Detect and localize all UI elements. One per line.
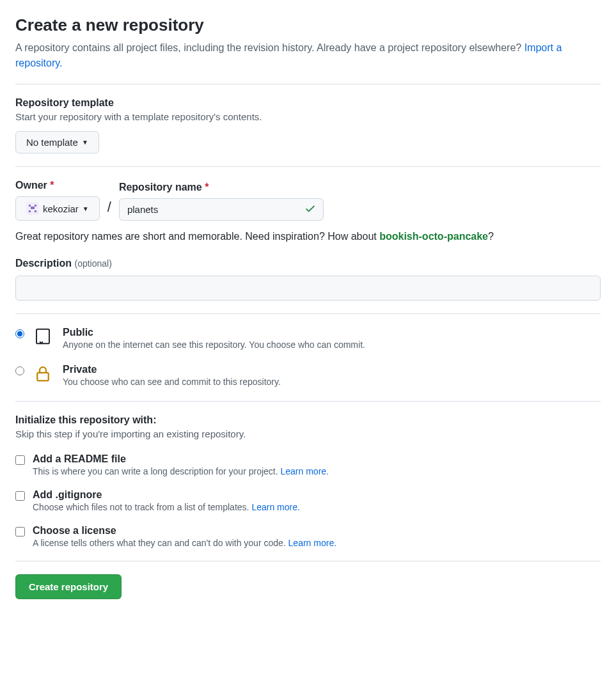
add-gitignore-row[interactable]: Add .gitignore Choose which files not to… (15, 489, 601, 512)
visibility-public-radio[interactable] (15, 329, 24, 338)
owner-label: Owner * (15, 180, 100, 191)
required-marker: * (205, 182, 209, 192)
lock-icon (33, 364, 54, 384)
template-selected-value: No template (26, 137, 78, 148)
template-select[interactable]: No template ▼ (15, 131, 99, 153)
choose-license-desc: A license tells others what they can and… (33, 538, 336, 548)
choose-license-checkbox[interactable] (15, 527, 25, 537)
gitignore-learn-more-link[interactable]: Learn more. (251, 502, 299, 512)
svg-rect-1 (35, 205, 36, 207)
visibility-public-row[interactable]: Public Anyone on the internet can see th… (15, 327, 601, 350)
choose-license-title: Choose a license (33, 525, 336, 537)
add-readme-row[interactable]: Add a README file This is where you can … (15, 453, 601, 476)
divider (15, 313, 601, 314)
avatar-icon (26, 202, 39, 215)
init-heading: Initialize this repository with: (15, 414, 601, 426)
page-subhead: A repository contains all project files,… (15, 40, 601, 71)
visibility-private-radio[interactable] (15, 366, 24, 375)
add-gitignore-desc: Choose which files not to track from a l… (33, 502, 300, 512)
owner-select[interactable]: kekoziar ▼ (15, 196, 100, 221)
svg-rect-4 (35, 210, 36, 212)
repo-name-input[interactable] (119, 198, 324, 221)
divider (15, 166, 601, 167)
add-readme-title: Add a README file (33, 453, 329, 465)
subhead-text: A repository contains all project files,… (15, 42, 525, 53)
owner-selected-value: kekoziar (43, 203, 79, 214)
svg-rect-6 (37, 373, 49, 381)
add-readme-desc: This is where you can write a long descr… (33, 466, 329, 476)
license-learn-more-link[interactable]: Learn more. (288, 538, 336, 548)
required-marker: * (50, 180, 54, 191)
visibility-private-row[interactable]: Private You choose who can see and commi… (15, 364, 601, 387)
create-repository-button[interactable]: Create repository (15, 574, 122, 599)
owner-field: Owner * kekoziar ▼ (15, 180, 100, 221)
repo-icon (33, 327, 54, 347)
divider (15, 84, 601, 84)
caret-down-icon: ▼ (82, 139, 88, 146)
visibility-private-title: Private (63, 364, 281, 375)
add-gitignore-title: Add .gitignore (33, 489, 300, 501)
divider (15, 401, 601, 402)
init-skip-text: Skip this step if you're importing an ex… (15, 428, 601, 439)
divider (15, 561, 601, 561)
repo-name-label: Repository name * (119, 182, 324, 193)
template-desc: Start your repository with a template re… (15, 111, 601, 122)
readme-learn-more-link[interactable]: Learn more. (281, 466, 329, 476)
add-readme-checkbox[interactable] (15, 455, 25, 465)
svg-rect-0 (29, 205, 31, 207)
caret-down-icon: ▼ (83, 205, 89, 212)
visibility-public-title: Public (63, 327, 365, 338)
description-input[interactable] (15, 276, 601, 301)
description-label: Description (optional) (15, 258, 601, 269)
repo-name-hint: Great repository names are short and mem… (15, 231, 601, 242)
add-gitignore-checkbox[interactable] (15, 491, 25, 501)
choose-license-row[interactable]: Choose a license A license tells others … (15, 525, 601, 548)
checkmark-icon (304, 203, 316, 217)
visibility-private-desc: You choose who can see and commit to thi… (63, 377, 281, 387)
visibility-public-desc: Anyone on the internet can see this repo… (63, 340, 365, 350)
svg-rect-3 (29, 210, 31, 212)
page-title: Create a new repository (15, 15, 601, 35)
svg-rect-2 (31, 207, 35, 209)
repo-name-field: Repository name * (119, 182, 324, 221)
owner-repo-separator: / (107, 199, 111, 221)
repo-name-suggestion[interactable]: bookish-octo-pancake (379, 231, 488, 242)
template-label: Repository template (15, 97, 601, 109)
